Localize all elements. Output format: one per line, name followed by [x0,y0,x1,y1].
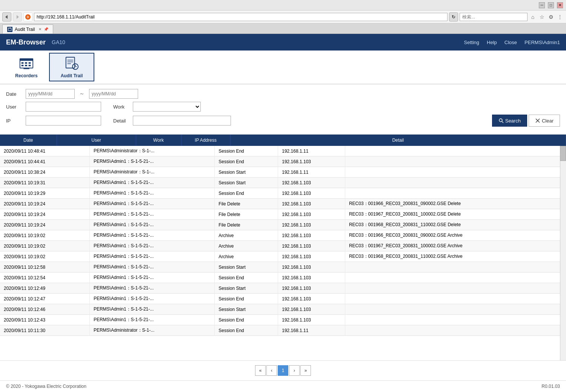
audit-trail-icon-btn[interactable]: Audit Trail [49,53,94,81]
table-row[interactable]: 2020/09/11 10:12:47 PERMS\Admin1：S-1-5-2… [0,294,566,304]
home-icon[interactable]: ⌂ [529,13,537,21]
recorders-icon-btn[interactable]: Recorders [4,53,49,81]
cell-detail: REC03：001966_REC03_200831_090002.GSE Del… [345,199,566,209]
header-user: User [57,135,136,146]
cell-ip: 192.168.1.103 [278,178,345,188]
cell-user: PERMS\Admin1：S-1-5-21-... [89,188,214,199]
last-page-button[interactable]: » [300,365,311,376]
browser-tab-audit-trail[interactable]: Audit Trail ✕ 📌 [2,24,53,34]
svg-rect-3 [9,28,9,28]
tab-title: Audit Trail [15,27,35,32]
ip-label: IP [6,118,21,124]
table-row[interactable]: 2020/09/11 10:19:29 PERMS\Admin1：S-1-5-2… [0,188,566,199]
next-page-button[interactable]: › [289,365,300,376]
header-nav-help[interactable]: Help [487,40,497,45]
table-row[interactable]: 2020/09/11 10:19:24 PERMS\Admin1：S-1-5-2… [0,199,566,209]
clear-icon [535,118,540,123]
user-label: User [6,104,21,110]
table-row[interactable]: 2020/09/11 10:38:24 PERMS\Administrator：… [0,167,566,178]
star-icon[interactable]: ☆ [538,13,546,21]
scrollbar-track[interactable] [560,146,566,360]
cell-date: 2020/09/11 10:19:02 [0,241,89,251]
refresh-button[interactable]: ↻ [449,12,458,21]
current-page-button[interactable]: 1 [278,365,288,376]
table-row[interactable]: 2020/09/11 10:19:24 PERMS\Admin1：S-1-5-2… [0,220,566,230]
cell-work: Session End [215,315,278,325]
cell-date: 2020/09/11 10:19:24 [0,220,89,230]
close-button[interactable]: ✕ [557,2,563,8]
table-row[interactable]: 2020/09/11 10:11:30 PERMS\Administrator：… [0,325,566,336]
filter-row-ip-detail: IP Detail Search Clear [6,115,560,127]
header-nav-setting[interactable]: Setting [464,40,479,45]
minimize-button[interactable]: ─ [539,2,545,8]
table-row[interactable]: 2020/09/11 10:12:46 PERMS\Admin1：S-1-5-2… [0,304,566,315]
cell-user: PERMS\Admin1：S-1-5-21-... [89,178,214,188]
scrollbar-thumb[interactable] [560,146,566,161]
header-nav-close[interactable]: Close [504,40,517,45]
cell-work: Session End [215,325,278,336]
work-select[interactable] [133,102,201,112]
table-row[interactable]: 2020/09/11 10:12:49 PERMS\Admin1：S-1-5-2… [0,283,566,294]
table-row[interactable]: 2020/09/11 10:44:41 PERMS\Admin1：S-1-5-2… [0,156,566,167]
header-detail: Detail [230,135,566,146]
cell-ip: 192.168.1.11 [278,325,345,336]
cell-ip: 192.168.1.11 [278,146,345,156]
first-page-button[interactable]: « [255,365,266,376]
date-to-input[interactable] [89,89,138,99]
table-row[interactable]: 2020/09/11 10:48:41 PERMS\Administrator：… [0,146,566,156]
header-ip: IP Address [181,135,230,146]
clear-button[interactable]: Clear [529,115,560,127]
address-bar[interactable] [34,13,448,21]
tab-close-button[interactable]: ✕ [38,27,42,31]
filter-row-date: Date ～ [6,89,560,99]
forward-button[interactable] [13,12,22,21]
table-row[interactable]: 2020/09/11 10:12:43 PERMS\Admin1：S-1-5-2… [0,315,566,325]
detail-input[interactable] [133,116,231,126]
cell-work: Session End [215,188,278,199]
window-controls[interactable]: ─ □ ✕ [539,2,563,8]
table-scroll-area[interactable]: 2020/09/11 10:48:41 PERMS\Administrator：… [0,146,566,360]
cell-date: 2020/09/11 10:19:02 [0,230,89,241]
cell-date: 2020/09/11 10:19:31 [0,178,89,188]
pagination: « ‹ 1 › » [0,360,566,380]
table-row[interactable]: 2020/09/11 10:19:02 PERMS\Admin1：S-1-5-2… [0,251,566,262]
cell-work: File Delete [215,220,278,230]
recorders-label: Recorders [15,73,37,78]
svg-rect-14 [66,57,75,68]
cell-ip: 192.168.1.103 [278,220,345,230]
cell-user: PERMS\Admin1：S-1-5-21-... [89,209,214,220]
app-header: EM-Browser GA10 Setting Help Close PERMS… [0,34,566,51]
ip-input[interactable] [26,116,101,126]
browser-tabs: Audit Trail ✕ 📌 [0,23,566,34]
settings-icon[interactable]: ⚙ [547,13,555,21]
table-row[interactable]: 2020/09/11 10:19:02 PERMS\Admin1：S-1-5-2… [0,230,566,241]
table-row[interactable]: 2020/09/11 10:19:24 PERMS\Admin1：S-1-5-2… [0,209,566,220]
cell-date: 2020/09/11 10:48:41 [0,146,89,156]
icon-toolbar: Recorders Audit Trail [0,51,566,84]
table-row[interactable]: 2020/09/11 10:12:58 PERMS\Admin1：S-1-5-2… [0,262,566,273]
cell-detail [345,156,566,167]
cell-detail [345,167,566,178]
search-icon [498,118,504,123]
cell-work: Session Start [215,178,278,188]
cell-date: 2020/09/11 10:19:02 [0,251,89,262]
table-body: 2020/09/11 10:48:41 PERMS\Administrator：… [0,146,566,336]
cell-detail [345,304,566,315]
date-from-input[interactable] [26,89,75,99]
prev-page-button[interactable]: ‹ [266,365,277,376]
favicon-small: D [23,12,32,21]
menu-icon[interactable]: ⋮ [556,13,564,21]
search-button[interactable]: Search [492,115,527,127]
table-row[interactable]: 2020/09/11 10:19:31 PERMS\Admin1：S-1-5-2… [0,178,566,188]
table-row[interactable]: 2020/09/11 10:19:02 PERMS\Admin1：S-1-5-2… [0,241,566,251]
maximize-button[interactable]: □ [548,2,554,8]
svg-rect-11 [25,65,27,66]
header-date: Date [0,135,57,146]
header-nav-user[interactable]: PERMS\Admin1 [524,40,560,45]
back-button[interactable] [2,12,11,21]
cell-ip: 192.168.1.103 [278,241,345,251]
browser-search-input[interactable] [460,13,528,21]
user-input[interactable] [26,102,101,112]
table-row[interactable]: 2020/09/11 10:12:54 PERMS\Admin1：S-1-5-2… [0,273,566,283]
tab-pin-icon[interactable]: 📌 [44,27,48,31]
